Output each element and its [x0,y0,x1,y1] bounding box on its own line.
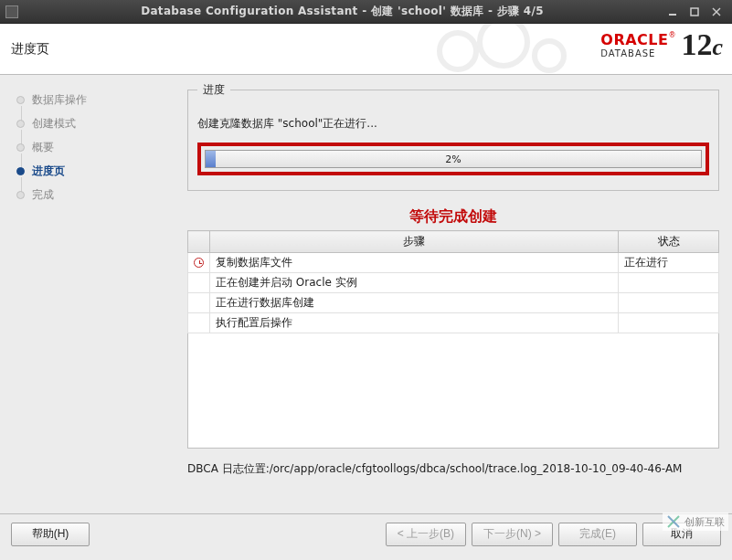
svg-rect-1 [691,8,698,16]
table-row: 执行配置后操作 [188,313,719,333]
step-dot-icon [16,143,25,152]
clock-icon [194,258,204,268]
step-dot-icon [16,96,25,104]
maximize-button[interactable] [684,4,705,20]
progress-bar: 2% [205,150,702,168]
row-step-label: 正在进行数据库创建 [210,293,619,313]
content-area: 进度 创建克隆数据库 "school"正在进行... 2% 等待完成创建 步骤 … [178,75,732,513]
row-status-icon [188,273,210,293]
log-prefix: DBCA 日志位置: [187,462,270,475]
progress-info-line: 创建克隆数据库 "school"正在进行... [197,116,709,132]
step-dot-icon [16,191,25,199]
svg-point-5 [480,24,527,66]
row-status-label [619,313,719,333]
row-step-label: 正在创建并启动 Oracle 实例 [210,273,619,293]
progress-fieldset: 进度 创建克隆数据库 "school"正在进行... 2% [187,82,719,191]
header-band: 进度页 ORACLE® DATABASE 12c [0,24,732,75]
sidebar-step-db-operation: 数据库操作 [16,88,173,111]
annotation-wait-note: 等待完成创建 [187,207,719,227]
row-status-label [619,273,719,293]
sidebar-step-label: 完成 [32,187,54,203]
step-dot-icon [16,167,25,175]
row-status-icon [188,253,210,273]
app-icon [5,5,18,18]
page-title: 进度页 [11,41,49,58]
sidebar-step-summary: 概要 [16,135,173,159]
row-status-label [619,293,719,313]
steps-table-empty-area [187,333,719,449]
progress-percent-label: 2% [206,151,701,167]
row-status-label: 正在进行 [619,253,719,273]
row-status-icon [188,293,210,313]
svg-point-6 [535,41,564,70]
table-row: 复制数据库文件 正在进行 [188,253,719,273]
progress-legend: 进度 [197,82,230,98]
steps-table: 步骤 状态 复制数据库文件 正在进行 正在创建并启动 Oracle 实例 正 [187,230,719,333]
help-button[interactable]: 帮助(H) [11,523,90,546]
brand-registered-icon: ® [668,31,675,39]
row-status-icon [188,313,210,333]
window-title: Database Configuration Assistant - 创建 's… [24,4,661,19]
step-dot-icon [16,120,25,128]
sidebar-step-create-mode: 创建模式 [16,111,173,135]
main-body: 数据库操作 创建模式 概要 进度页 完成 进度 创建克隆数据库 "school"… [0,75,732,513]
minimize-button[interactable] [663,4,683,20]
row-step-label: 执行配置后操作 [210,313,619,333]
sidebar-step-progress: 进度页 [16,159,173,183]
steps-table-header-step: 步骤 [210,231,619,253]
next-button[interactable]: 下一步(N) > [472,523,553,546]
footer-bar: 帮助(H) < 上一步(B) 下一步(N) > 完成(E) 取消 [0,513,732,554]
log-path: /orc/app/oracle/cfgtoollogs/dbca/school/… [270,462,683,475]
gears-decoration [421,24,586,75]
sidebar-step-label: 进度页 [32,164,65,179]
back-button[interactable]: < 上一步(B) [386,523,466,546]
brand-block: ORACLE® DATABASE 12c [600,29,723,60]
table-row: 正在创建并启动 Oracle 实例 [188,273,719,293]
cancel-button[interactable]: 取消 [642,523,721,546]
wizard-sidebar: 数据库操作 创建模式 概要 进度页 完成 [0,75,178,513]
sidebar-step-label: 数据库操作 [32,92,87,108]
steps-table-header-icon [188,231,210,253]
sidebar-step-label: 创建模式 [32,116,76,132]
sidebar-step-label: 概要 [32,140,54,155]
steps-table-header-status: 状态 [619,231,719,253]
log-location-line: DBCA 日志位置:/orc/app/oracle/cfgtoollogs/db… [187,461,719,477]
close-button[interactable] [706,4,727,20]
brand-secondary: DATABASE [600,48,675,58]
table-row: 正在进行数据库创建 [188,293,719,313]
brand-version: 12c [681,29,723,60]
sidebar-step-finish: 完成 [16,183,173,206]
progress-highlight-box: 2% [197,143,709,175]
window-titlebar: Database Configuration Assistant - 创建 's… [0,0,732,24]
brand-primary: ORACLE [600,31,668,48]
finish-button[interactable]: 完成(E) [558,523,637,546]
row-step-label: 复制数据库文件 [210,253,619,273]
svg-point-4 [440,33,476,69]
